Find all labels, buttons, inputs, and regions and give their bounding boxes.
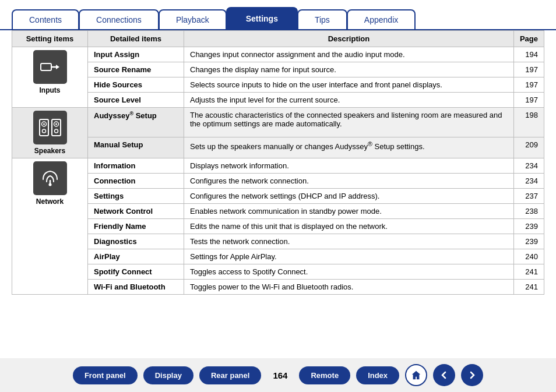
display-button[interactable]: Display — [143, 366, 193, 384]
main-content: Setting items Detailed items Description… — [0, 29, 556, 301]
page-cell: 197 — [513, 77, 544, 93]
table-row: Manual SetupSets up the speakers manuall… — [12, 137, 544, 158]
detail-label: Input Assign — [94, 50, 139, 59]
description-cell: Enables network communication in standby… — [184, 204, 514, 219]
tab-settings[interactable]: Settings — [226, 7, 298, 29]
description-cell: Changes the display name for input sourc… — [184, 62, 514, 77]
table-row: Spotify ConnectToggles access to Spotify… — [12, 264, 544, 280]
index-button[interactable]: Index — [356, 366, 399, 384]
page-cell: 237 — [513, 189, 544, 204]
tab-playback[interactable]: Playback — [159, 9, 227, 29]
table-row: Source LevelAdjusts the input level for … — [12, 93, 544, 108]
table-row: NetworkInformationDisplays network infor… — [12, 158, 544, 174]
page-cell: 234 — [513, 174, 544, 189]
detail-label: Diagnostics — [94, 237, 137, 246]
page-cell: 241 — [513, 264, 544, 280]
header-page: Page — [513, 31, 544, 47]
page-cell: 209 — [513, 137, 544, 158]
detail-label: AirPlay — [94, 252, 120, 261]
forward-button[interactable] — [461, 364, 483, 386]
bottom-nav: Front panel Display Rear panel 164 Remot… — [0, 358, 556, 392]
detail-item: AirPlay — [88, 249, 184, 264]
back-icon — [439, 370, 449, 380]
tab-connections[interactable]: Connections — [79, 9, 159, 29]
detail-label: Information — [94, 161, 136, 170]
svg-marker-2 — [56, 65, 59, 69]
page-number: 164 — [273, 370, 287, 380]
detail-label: Source Rename — [94, 65, 151, 74]
description-cell: Configures the network connection. — [184, 174, 514, 189]
page-cell: 240 — [513, 249, 544, 264]
detail-item: Wi-Fi and Bluetooth — [88, 280, 184, 295]
detail-item: Manual Setup — [88, 137, 184, 158]
table-row: DiagnosticsTests the network connection.… — [12, 234, 544, 249]
detail-label: Connection — [94, 176, 136, 185]
front-panel-button[interactable]: Front panel — [73, 366, 138, 384]
rear-panel-button[interactable]: Rear panel — [199, 366, 261, 384]
header-detail: Detailed items — [88, 31, 184, 47]
table-row: SettingsConfigures the network settings … — [12, 189, 544, 204]
header-setting: Setting items — [12, 31, 88, 47]
description-cell: Sets up the speakers manually or changes… — [184, 137, 514, 158]
tab-contents[interactable]: Contents — [12, 9, 79, 29]
home-button[interactable] — [405, 364, 427, 386]
detail-item: Information — [88, 158, 184, 174]
svg-point-10 — [54, 129, 58, 133]
detail-label: Settings — [94, 192, 124, 200]
table-row: Friendly NameEdits the name of this unit… — [12, 219, 544, 234]
table-row: InputsInput AssignChanges input connecto… — [12, 47, 544, 62]
page-cell: 239 — [513, 219, 544, 234]
detail-item: Network Control — [88, 204, 184, 219]
header-description: Description — [184, 31, 514, 47]
detail-item: Spotify Connect — [88, 264, 184, 280]
page-cell: 234 — [513, 158, 544, 174]
detail-label: Source Level — [94, 96, 141, 104]
description-cell: Selects source inputs to hide on the use… — [184, 77, 514, 93]
description-cell: Toggles access to Spotify Connect. — [184, 264, 514, 280]
description-cell: Toggles power to the Wi-Fi and Bluetooth… — [184, 280, 514, 295]
svg-point-5 — [43, 123, 45, 125]
page-cell: 241 — [513, 280, 544, 295]
home-icon — [411, 370, 421, 380]
description-cell: Tests the network connection. — [184, 234, 514, 249]
page-cell: 198 — [513, 108, 544, 137]
table-row: AirPlaySettings for Apple AirPlay.240 — [12, 249, 544, 264]
table-row: ConnectionConfigures the network connect… — [12, 174, 544, 189]
page-cell: 239 — [513, 234, 544, 249]
setting-group-speakers: Speakers — [12, 108, 88, 158]
tab-tips[interactable]: Tips — [297, 9, 347, 29]
remote-button[interactable]: Remote — [299, 366, 350, 384]
page-cell: 197 — [513, 93, 544, 108]
svg-rect-0 — [41, 63, 51, 70]
detail-label: Friendly Name — [94, 222, 146, 231]
tab-appendix[interactable]: Appendix — [347, 9, 416, 29]
description-cell: Displays network information. — [184, 158, 514, 174]
group-name-label: Inputs — [18, 86, 82, 94]
detail-item: Source Level — [88, 93, 184, 108]
detail-item: Diagnostics — [88, 234, 184, 249]
table-row: Hide SourcesSelects source inputs to hid… — [12, 77, 544, 93]
description-cell: The acoustic characteristics of the conn… — [184, 108, 514, 137]
table-row: Wi-Fi and BluetoothToggles power to the … — [12, 280, 544, 295]
detail-item: Source Rename — [88, 62, 184, 77]
back-button[interactable] — [433, 364, 455, 386]
description-cell: Changes input connector assignment and t… — [184, 47, 514, 62]
table-row: SpeakersAudyssey® SetupThe acoustic char… — [12, 108, 544, 137]
description-cell: Edits the name of this unit that is disp… — [184, 219, 514, 234]
detail-label: Network Control — [94, 207, 153, 216]
detail-item: Input Assign — [88, 47, 184, 62]
table-row: Network ControlEnables network communica… — [12, 204, 544, 219]
setting-group-network: Network — [12, 158, 88, 295]
detail-item: Friendly Name — [88, 219, 184, 234]
description-cell: Configures the network settings (DHCP an… — [184, 189, 514, 204]
detail-item: Connection — [88, 174, 184, 189]
detail-label: Spotify Connect — [94, 267, 152, 276]
detail-label: Manual Setup — [94, 140, 143, 149]
page-cell: 194 — [513, 47, 544, 62]
detail-item: Settings — [88, 189, 184, 204]
setting-group-inputs: Inputs — [12, 47, 88, 108]
svg-point-11 — [48, 183, 51, 186]
detail-label: Audyssey® Setup — [94, 111, 157, 120]
detail-item: Hide Sources — [88, 77, 184, 93]
group-name-label: Network — [18, 197, 82, 206]
